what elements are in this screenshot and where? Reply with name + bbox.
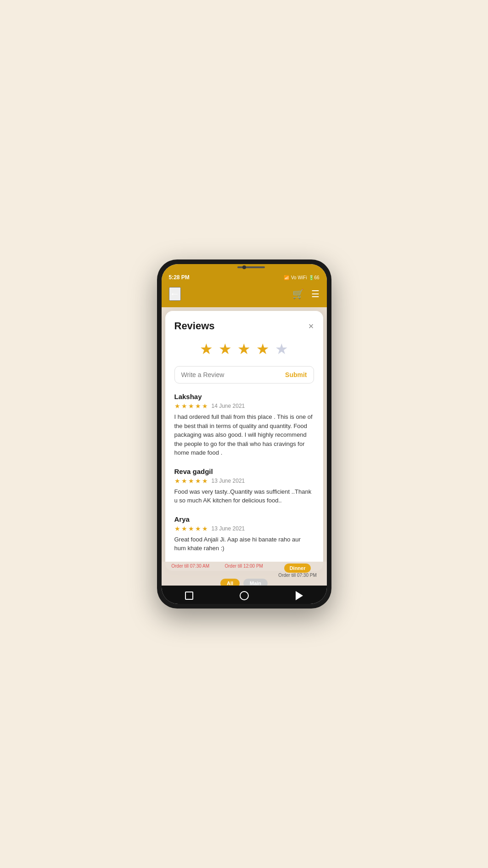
breakfast-section: Order till 07:30 AM [171,564,209,578]
star-rating[interactable]: ★ ★ ★ ★ ★ [174,340,314,358]
phone-nav-bar [162,586,327,604]
header-actions: 🛒 ☰ [292,288,320,299]
star-4[interactable]: ★ [256,340,269,358]
all-tab[interactable]: All [220,579,240,586]
wifi-icon: Vo WiFi [291,275,307,280]
nav-home-button[interactable] [239,590,250,601]
review-meta: ★ ★ ★ ★ ★ 13 June 2021 [174,525,314,532]
battery-icon: 🔋66 [309,275,319,280]
reviews-modal: Reviews × ★ ★ ★ ★ ★ Submit [165,311,323,571]
review-star: ★ [188,402,194,410]
reviewer-name: Reva gadgil [174,468,314,475]
review-star: ★ [174,402,180,410]
write-review-container: Submit [174,366,314,383]
review-text: I had ordered full thali from this place… [174,412,314,457]
nav-back-button[interactable] [294,590,305,601]
app-header: ← 🛒 ☰ [162,282,327,307]
review-stars: ★ ★ ★ ★ ★ [174,402,208,410]
reviews-header: Reviews × [174,320,314,332]
dinner-button[interactable]: Dinner [284,564,311,573]
speaker [237,266,265,268]
camera [242,265,246,269]
status-bar: 5:28 PM 📶 Vo WiFi 🔋66 [162,271,327,282]
lunch-section: Order till 12:00 PM [225,564,263,578]
notch [162,264,327,271]
cart-icon[interactable]: 🛒 [292,288,304,299]
star-3[interactable]: ★ [237,340,251,358]
review-star: ★ [174,477,180,485]
review-star: ★ [202,402,208,410]
main-tab[interactable]: Main [243,579,268,586]
review-item: Arya ★ ★ ★ ★ ★ 13 June 2021 Great food A… [174,515,314,553]
category-tabs: All Main [220,579,268,586]
review-date: 13 June 2021 [212,525,245,532]
review-star: ★ [181,477,187,485]
triangle-icon [296,591,303,600]
reviewer-name: Lakshay [174,393,314,400]
review-star: ★ [188,525,194,532]
circle-icon [240,591,249,600]
reviews-title: Reviews [174,320,215,332]
back-button[interactable]: ← [169,287,181,301]
write-review-input[interactable] [181,371,282,378]
review-star: ★ [188,477,194,485]
reviewer-name: Arya [174,515,314,523]
status-icons: 📶 Vo WiFi 🔋66 [284,275,320,280]
submit-button[interactable]: Submit [285,371,307,378]
star-1[interactable]: ★ [200,340,213,358]
review-star: ★ [195,402,201,410]
breakfast-order-time: Order till 07:30 AM [171,564,209,569]
phone-screen: 5:28 PM 📶 Vo WiFi 🔋66 ← 🛒 ☰ Reviews × [162,264,327,604]
star-2[interactable]: ★ [219,340,232,358]
nav-square-button[interactable] [184,590,195,601]
review-text: Food was very tasty..Quantity was suffic… [174,487,314,505]
review-item: Lakshay ★ ★ ★ ★ ★ 14 June 2021 I had ord… [174,393,314,457]
review-item: Reva gadgil ★ ★ ★ ★ ★ 13 June 2021 Food … [174,468,314,505]
content-area: Reviews × ★ ★ ★ ★ ★ Submit [162,307,327,586]
review-star: ★ [174,525,180,532]
dinner-order-time: Order till 07:30 PM [278,573,316,578]
bottom-overlay: Order till 07:30 AM Order till 12:00 PM … [162,562,327,586]
status-time: 5:28 PM [169,274,190,281]
review-star: ★ [202,525,208,532]
menu-icon[interactable]: ☰ [311,288,320,299]
review-star: ★ [195,477,201,485]
review-date: 13 June 2021 [212,478,245,484]
review-star: ★ [181,525,187,532]
star-5[interactable]: ★ [275,340,288,358]
phone-frame: 5:28 PM 📶 Vo WiFi 🔋66 ← 🛒 ☰ Reviews × [157,259,331,609]
meal-buttons: Order till 07:30 AM Order till 12:00 PM … [165,564,323,578]
review-stars: ★ ★ ★ ★ ★ [174,477,208,485]
review-meta: ★ ★ ★ ★ ★ 14 June 2021 [174,402,314,410]
review-star: ★ [181,402,187,410]
review-date: 14 June 2021 [212,403,245,409]
review-meta: ★ ★ ★ ★ ★ 13 June 2021 [174,477,314,485]
lunch-order-time: Order till 12:00 PM [225,564,263,569]
review-star: ★ [202,477,208,485]
dinner-section: Dinner Order till 07:30 PM [278,564,316,578]
close-button[interactable]: × [309,321,314,331]
square-icon [185,592,193,600]
review-text: Great food Anjali Ji. Aap aise hi banate… [174,535,314,553]
review-stars: ★ ★ ★ ★ ★ [174,525,208,532]
review-star: ★ [195,525,201,532]
signal-icon: 📶 [284,275,289,280]
